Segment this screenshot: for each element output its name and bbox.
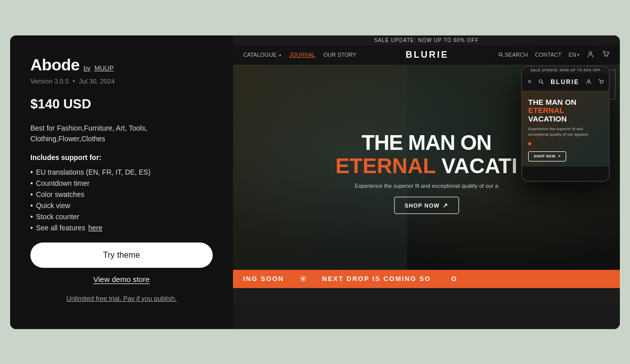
mobile-hero-orange: ETERNAL [528,106,564,114]
shop-now-button[interactable]: SHOP NOW ↗ [394,196,459,214]
mobile-mock: SALE UPDATE: NOW UP TO 60% OFF ✕ BLURIE [521,66,610,182]
mobile-search-icon[interactable] [538,77,544,87]
hero-title-line2: ETERNAL VACATI [335,154,517,177]
mobile-account-icon[interactable] [586,77,592,87]
mobile-dot-row [528,142,603,145]
view-demo-button[interactable]: View demo store [30,275,213,284]
nav-cart-icon[interactable] [602,50,610,59]
mobile-sale-banner: SALE UPDATE: NOW UP TO 60% OFF [522,67,609,73]
main-content: Abode by MUUP Version 3.0.5 • Jul 30, 20… [10,35,620,329]
search-icon [498,52,503,57]
mobile-brand: BLURIE [550,78,579,86]
theme-author: MUUP [94,64,113,72]
features-link[interactable]: here [88,224,102,232]
try-theme-button[interactable]: Try theme [30,242,213,268]
mobile-arrow-icon: ↗ [558,154,561,158]
ticker-text-1: ING SOON [233,275,294,282]
mobile-cart-icon[interactable] [598,77,604,87]
svg-point-2 [589,52,592,54]
svg-line-6 [542,83,543,84]
hero-orange: ETERNAL [335,153,436,177]
svg-point-3 [605,56,606,57]
svg-point-4 [607,56,608,57]
feature-1: EU translations (EN, FR, IT, DE, ES) [30,167,213,178]
ticker-star: ✳ [299,273,307,285]
mobile-shop-now-button[interactable]: SHOP NOW ↗ [528,151,566,161]
svg-point-9 [602,83,603,84]
feature-5: Stock counter [30,211,213,222]
theme-name: Abode [30,56,80,74]
nav-account-icon[interactable] [586,50,595,59]
feature-2: Countdown timer [30,178,213,189]
hero-text: THE MAN ON ETERNAL VACATI Experience the… [335,131,517,214]
store-brand: BLURIE [406,50,449,60]
features-list: EU translations (EN, FR, IT, DE, ES) Cou… [30,167,213,233]
theme-title-row: Abode by MUUP [30,56,213,74]
mobile-bottom [522,167,609,181]
store-nav-left: CATALOGUE ▾ JOURNAL OUR STORY [243,52,357,58]
nav-catalogue[interactable]: CATALOGUE ▾ [243,52,281,58]
arrow-icon: ↗ [443,201,448,209]
hero-subtitle: Experience the superior fit and exceptio… [335,182,517,188]
mobile-nav: ✕ BLURIE [522,73,609,91]
feature-6: See all features here [30,222,213,233]
ticker-text-2: NEXT DROP IS COMING SO [312,275,441,282]
mobile-close-icon[interactable]: ✕ [527,78,532,85]
mobile-hero-title: THE MAN ON ETERNAL VACATION [528,98,603,124]
svg-point-5 [539,79,542,83]
trial-underline: Unlimited free trial [66,295,120,302]
mobile-dot-indicator [528,142,531,145]
best-for: Best for Fashion,Furniture, Art, Tools, … [30,123,213,144]
theme-by: by MUUP [84,64,114,72]
feature-4: Quick view [30,200,213,211]
includes-title: Includes support for: [30,153,213,161]
svg-point-0 [499,53,502,56]
nav-contact[interactable]: CONTACT [535,52,561,58]
mobile-hero-white: VACATION [528,114,567,123]
mobile-hero: THE MAN ON ETERNAL VACATION Experience t… [522,91,609,167]
feature-3: Color swatches [30,189,213,200]
mobile-hero-subtitle: Experience the superior fit and exceptio… [528,126,603,137]
store-nav: CATALOGUE ▾ JOURNAL OUR STORY BLURIE SEA… [233,45,620,65]
app-window: Abode by MUUP Version 3.0.5 • Jul 30, 20… [10,35,620,329]
store-preview: SALE UPDATE: NOW UP TO 60% OFF CATALOGUE… [233,35,620,329]
hero-white: VACATI [436,153,518,177]
free-trial-text: Unlimited free trial. Pay if you publish… [30,295,213,302]
nav-lang[interactable]: EN ▾ [569,52,579,58]
ticker-bar: ING SOON ✳ NEXT DROP IS COMING SO O [233,270,620,288]
hero-title-line1: THE MAN ON [335,131,517,154]
nav-our-story[interactable]: OUR STORY [324,52,357,58]
svg-line-1 [501,56,503,57]
version-date: Version 3.0.5 • Jul 30, 2024 [30,77,213,85]
svg-point-8 [600,83,601,84]
nav-search[interactable]: SEARCH [498,52,528,58]
svg-point-7 [587,79,589,82]
trial-rest: . Pay if you publish. [120,295,177,302]
ticker-text-3: O [441,275,467,282]
store-nav-right: SEARCH CONTACT EN ▾ [498,50,610,59]
price: $140 USD [30,96,213,112]
left-panel: Abode by MUUP Version 3.0.5 • Jul 30, 20… [10,35,233,329]
right-panel: SALE UPDATE: NOW UP TO 60% OFF CATALOGUE… [233,35,620,329]
nav-journal[interactable]: JOURNAL [289,52,315,58]
sale-banner: SALE UPDATE: NOW UP TO 60% OFF [233,35,620,45]
